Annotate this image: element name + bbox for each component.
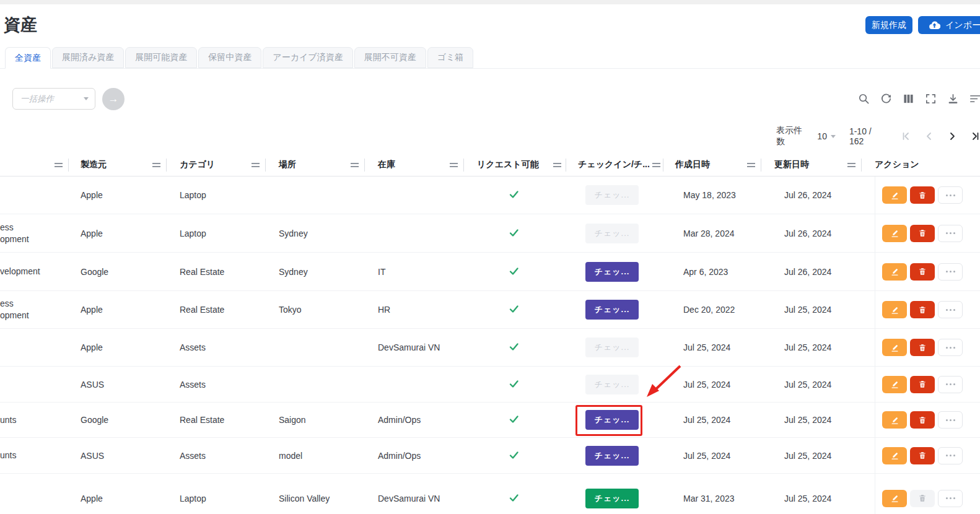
chevron-down-icon [831,135,836,138]
edit-button[interactable] [882,411,907,429]
cell-updated: Jul 25, 2024 [784,367,862,402]
pencil-icon [890,229,899,238]
last-page-icon[interactable] [970,131,980,141]
delete-button[interactable] [910,376,935,393]
bulk-action-select[interactable]: 一括操作 [12,88,95,110]
cell-created: Mar 28, 2024 [683,214,761,252]
delete-button[interactable] [910,225,935,242]
delete-button[interactable] [910,263,935,281]
cell-updated-text: Jul 25, 2024 [784,305,831,315]
checkin-button-label: チェッ... [595,304,630,315]
requestable-check-icon [508,341,520,354]
pencil-icon [890,343,899,352]
column-menu-icon[interactable] [553,163,561,167]
edit-button[interactable] [882,447,907,464]
filter-icon[interactable] [969,92,980,105]
tab-undeployable-assets[interactable]: 展開不可資産 [354,47,426,68]
cell-updated: Jul 26, 2024 [784,214,862,252]
checkin-button-label: チェッ... [595,266,630,277]
delete-button[interactable] [910,301,935,318]
cell-requestable [465,474,562,514]
more-actions-button[interactable] [938,301,963,318]
column-menu-icon[interactable] [450,163,458,167]
cell-created-text: Apr 6, 2023 [683,267,728,277]
more-actions-button[interactable] [938,490,963,507]
cell-location-text: Sydney [279,267,308,277]
tab-deployable-assets[interactable]: 展開可能資産 [125,47,197,68]
cell-stock: HR [378,291,465,328]
download-icon[interactable] [947,92,959,105]
checkin-button[interactable]: チェッ... [585,338,639,357]
edit-button[interactable] [882,186,907,204]
column-header-actions: アクション [875,154,919,176]
checkin-button[interactable]: チェッ... [585,446,639,466]
edit-button[interactable] [882,339,907,356]
column-menu-icon[interactable] [652,163,660,167]
checkin-button[interactable]: チェッ... [585,262,639,282]
more-actions-button[interactable] [938,186,963,204]
checkin-button[interactable]: チェッ... [585,489,639,508]
trash-icon [918,451,927,460]
fullscreen-icon[interactable] [924,92,937,105]
column-header-location: 場所 [279,154,296,176]
more-actions-button[interactable] [938,447,963,464]
cell-location: Saigon [279,403,372,437]
create-new-button[interactable]: 新規作成 [865,16,912,34]
cell-created: Apr 6, 2023 [683,253,761,290]
column-menu-icon[interactable] [351,163,359,167]
actions-column-divider [875,176,875,514]
columns-icon[interactable] [902,92,914,105]
more-actions-button[interactable] [938,411,963,429]
edit-button[interactable] [882,225,907,242]
edit-button[interactable] [882,301,907,318]
checkin-button[interactable]: チェッ... [585,410,639,430]
column-menu-icon[interactable] [55,163,63,167]
tab-trash[interactable]: ゴミ箱 [427,47,474,68]
cell-manufacturer: Apple [81,329,161,366]
cell-requestable [465,214,562,252]
checkin-button[interactable]: チェッ... [585,375,639,394]
edit-button[interactable] [882,263,907,281]
search-icon[interactable] [857,92,870,105]
cell-created: Dec 20, 2022 [683,291,761,328]
checkin-button[interactable]: チェッ... [585,185,639,205]
pencil-icon [890,451,899,460]
edit-button[interactable] [882,376,907,393]
requestable-check-icon [508,413,520,427]
delete-button[interactable] [910,447,935,464]
delete-button[interactable] [910,186,935,204]
requestable-check-icon [508,303,520,316]
tab-deployed-assets[interactable]: 展開済み資産 [52,47,124,68]
column-menu-icon[interactable] [747,163,755,167]
more-actions-button[interactable] [938,376,963,393]
import-button[interactable]: インポー [918,16,980,34]
previous-page-icon[interactable] [924,131,934,141]
tab-archived-assets[interactable]: アーカイブ済資産 [263,47,352,68]
more-actions-button[interactable] [938,225,963,242]
delete-button[interactable] [910,490,935,507]
refresh-icon[interactable] [880,92,892,105]
delete-button[interactable] [910,339,935,356]
cell-category-text: Laptop [180,229,206,238]
cell-manufacturer-text: Apple [81,229,103,238]
bulk-apply-button[interactable]: → [102,88,125,110]
tab-all-assets[interactable]: 全資産 [5,47,51,69]
checkin-button[interactable]: チェッ... [585,300,639,320]
more-actions-button[interactable] [938,339,963,356]
page-size-select[interactable]: 10 [817,131,836,141]
cell-category: Real Estate [180,403,266,437]
cell-asset-name: unts [0,403,67,437]
column-menu-icon[interactable] [152,163,160,167]
cell-category: Real Estate [180,253,266,290]
next-page-icon[interactable] [947,131,957,141]
tab-pending-assets[interactable]: 保留中資産 [198,47,261,68]
cell-asset-name [0,367,67,402]
first-page-icon[interactable] [901,131,911,141]
edit-button[interactable] [882,490,907,507]
more-actions-button[interactable] [938,263,963,281]
column-menu-icon[interactable] [847,163,855,167]
delete-button[interactable] [910,411,935,429]
trash-icon [918,267,927,276]
column-menu-icon[interactable] [252,163,260,167]
checkin-button[interactable]: チェッ... [585,224,639,243]
